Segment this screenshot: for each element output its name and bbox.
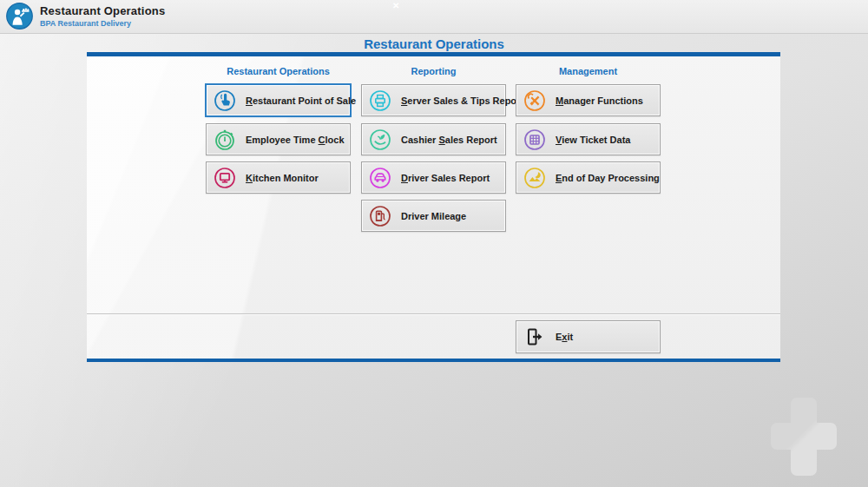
main-panel: Restaurant Operations Reporting Manageme… xyxy=(87,56,780,359)
button-label: Server Sales & Tips Report xyxy=(401,95,523,106)
hand-money-icon xyxy=(369,128,391,151)
exit-button[interactable]: Exit xyxy=(516,320,661,353)
kitchen-monitor-icon xyxy=(214,167,236,189)
touch-pos-icon xyxy=(214,89,236,112)
car-icon xyxy=(369,167,391,189)
printer-icon xyxy=(369,89,391,112)
button-label: View Ticket Data xyxy=(556,135,630,145)
window-titlebar: Restaurant Operations BPA Restaurant Del… xyxy=(0,0,868,34)
end-of-day-processing-button[interactable]: End of Day Processing xyxy=(516,161,661,194)
close-icon[interactable]: ✕ xyxy=(392,1,399,10)
server-sales-tips-report-button[interactable]: Server Sales & Tips Report xyxy=(361,84,506,116)
button-label: Exit xyxy=(556,332,573,342)
button-label: Restaurant Point of Sale xyxy=(246,95,356,106)
button-label: Employee Time Clock xyxy=(246,135,345,145)
grid-icon xyxy=(523,128,546,151)
button-label: Kitchen Monitor xyxy=(246,173,319,183)
restaurant-point-of-sale-button[interactable]: Restaurant Point of Sale xyxy=(206,84,351,116)
exit-icon xyxy=(523,326,546,348)
tools-icon xyxy=(523,89,546,112)
button-label: Driver Mileage xyxy=(401,211,466,221)
stopwatch-icon xyxy=(214,128,236,151)
employee-time-clock-button[interactable]: Employee Time Clock xyxy=(206,123,351,155)
app-subtitle: BPA Restaurant Delivery xyxy=(40,19,131,28)
driver-mileage-button[interactable]: Driver Mileage xyxy=(361,200,506,232)
bottom-accent-rule xyxy=(87,359,780,362)
sunset-icon xyxy=(523,167,546,189)
app-title: Restaurant Operations xyxy=(40,4,165,17)
footer-divider xyxy=(87,313,780,315)
section-header-restaurant-operations: Restaurant Operations xyxy=(206,66,351,76)
button-label: Driver Sales Report xyxy=(401,173,490,183)
manager-functions-button[interactable]: Manager Functions xyxy=(516,84,661,116)
cashier-sales-report-button[interactable]: Cashier Sales Report xyxy=(361,123,506,155)
fuel-pump-icon xyxy=(369,205,391,227)
page-title: Restaurant Operations xyxy=(0,36,868,51)
driver-sales-report-button[interactable]: Driver Sales Report xyxy=(361,161,506,194)
view-ticket-data-button[interactable]: View Ticket Data xyxy=(516,123,661,155)
kitchen-monitor-button[interactable]: Kitchen Monitor xyxy=(206,161,351,194)
section-header-management: Management xyxy=(516,66,661,76)
button-label: Cashier Sales Report xyxy=(401,135,497,145)
section-header-reporting: Reporting xyxy=(361,66,506,76)
app-logo-waiter-icon xyxy=(6,3,33,30)
button-label: End of Day Processing xyxy=(556,173,660,183)
brand-watermark-cross xyxy=(771,398,837,476)
restaurant-operations-window: Restaurant Operations BPA Restaurant Del… xyxy=(0,0,868,487)
button-label: Manager Functions xyxy=(556,95,643,106)
